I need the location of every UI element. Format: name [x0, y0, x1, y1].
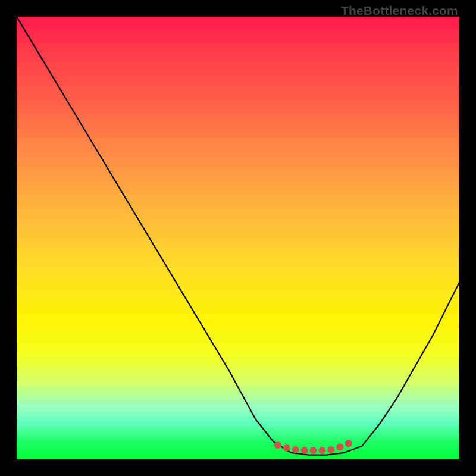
- curve-layer: [17, 17, 459, 459]
- trough-dot: [318, 447, 325, 454]
- trough-dot: [274, 441, 281, 449]
- trough-dot: [309, 447, 317, 454]
- chart-stage: TheBottleneck.com: [0, 0, 476, 476]
- trough-dot: [283, 444, 290, 452]
- trough-dot: [345, 440, 352, 447]
- watermark-text: TheBottleneck.com: [341, 4, 458, 18]
- trough-dot: [327, 446, 334, 453]
- trough-dot: [336, 443, 343, 450]
- trough-dot: [301, 447, 308, 454]
- plot-area: [17, 17, 459, 459]
- dots-group: [274, 440, 352, 454]
- trough-dot: [292, 446, 299, 453]
- bottleneck-curve: [17, 17, 459, 455]
